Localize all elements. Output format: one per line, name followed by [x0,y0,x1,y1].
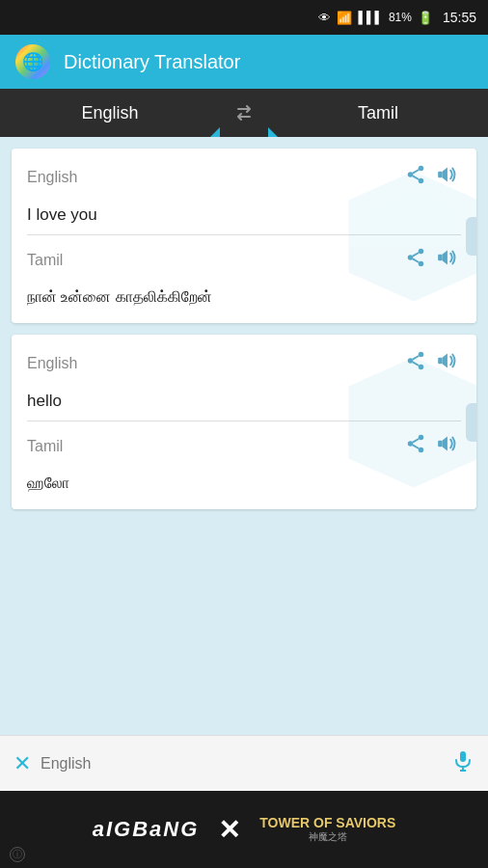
swap-icon [230,99,258,126]
ad-game-subtitle: 神魔之塔 [259,830,395,844]
battery-icon: 🔋 [418,11,433,25]
language-bar: English Tamil [0,89,488,137]
source-lang-arrow [210,127,220,137]
status-time: 15:55 [443,10,476,25]
mic-icon [451,749,474,773]
ad-content: aIGBaNG ✕ TOWER OF SAVIORS 神魔之塔 [0,814,488,846]
translation-card-1: English [12,149,476,323]
ad-separator: ✕ [218,814,240,846]
bottom-input-bar: ✕ [0,735,488,791]
card-watermark-1 [341,164,476,309]
signal-icon: ▌▌▌ [358,11,383,24]
status-bar: 👁 📶 ▌▌▌ 81% 🔋 15:55 [0,0,488,35]
app-icon: 🌐 [15,44,50,79]
ad-brand: aIGBaNG [93,817,200,842]
app-bar: 🌐 Dictionary Translator [0,35,488,89]
card-1-source-lang: English [27,169,77,186]
ad-banner: aIGBaNG ✕ TOWER OF SAVIORS 神魔之塔 ⓘ [0,791,488,868]
wifi-icon: 📶 [337,11,352,25]
battery-percent: 81% [389,11,412,24]
svg-rect-28 [460,751,466,762]
card-watermark-2 [341,350,476,495]
card-2-notch [466,403,476,442]
source-lang-label: English [81,103,138,123]
search-input[interactable] [41,755,442,773]
mic-button[interactable] [451,749,474,778]
status-icons: 👁 📶 ▌▌▌ 81% 🔋 15:55 [318,10,476,25]
card-2-target-lang: Tamil [27,438,63,455]
card-1-notch [466,217,476,256]
eye-icon: 👁 [318,11,331,25]
close-search-button[interactable]: ✕ [14,751,31,776]
source-lang-button[interactable]: English [0,89,220,137]
main-content: English [0,137,488,829]
card-1-target-lang: Tamil [27,252,63,269]
target-lang-label: Tamil [358,103,398,123]
swap-languages-button[interactable] [220,99,268,126]
ad-info-button[interactable]: ⓘ [10,847,25,862]
target-lang-button[interactable]: Tamil [268,89,488,137]
card-2-source-lang: English [27,355,77,372]
app-title: Dictionary Translator [64,51,240,73]
translation-card-2: English [12,335,476,509]
target-lang-arrow [268,127,278,137]
ad-game-info: TOWER OF SAVIORS 神魔之塔 [259,815,395,844]
ad-game-name: TOWER OF SAVIORS [259,815,395,830]
